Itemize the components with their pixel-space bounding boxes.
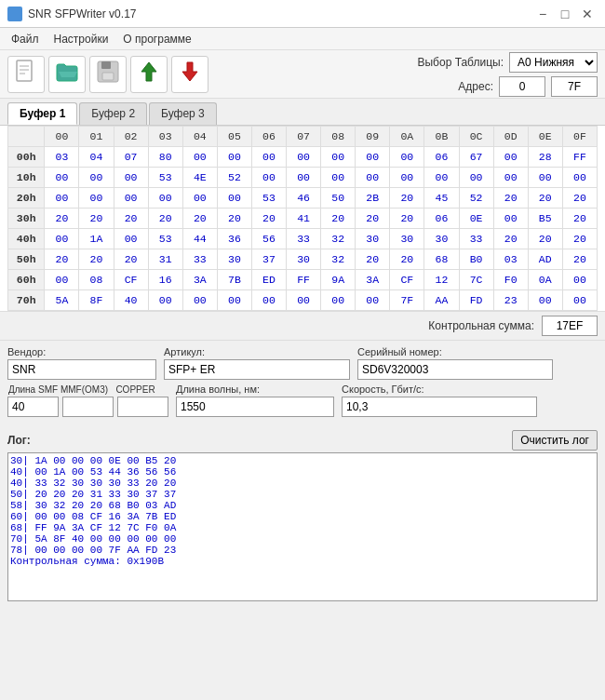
hex-cell-6-9[interactable]: 3A — [356, 270, 390, 290]
hex-cell-1-13[interactable]: 00 — [493, 168, 528, 188]
maximize-button[interactable]: □ — [555, 4, 575, 24]
hex-cell-1-1[interactable]: 00 — [79, 168, 114, 188]
minimize-button[interactable]: − — [532, 4, 553, 24]
hex-cell-2-11[interactable]: 45 — [424, 188, 459, 209]
hex-cell-5-8[interactable]: 32 — [321, 249, 356, 270]
hex-cell-0-9[interactable]: 00 — [356, 147, 390, 168]
hex-cell-5-5[interactable]: 30 — [217, 249, 251, 270]
hex-cell-3-14[interactable]: B5 — [528, 209, 562, 229]
hex-cell-2-8[interactable]: 50 — [321, 188, 356, 209]
hex-cell-4-10[interactable]: 30 — [390, 229, 424, 249]
article-input[interactable] — [164, 359, 350, 380]
table-select-dropdown[interactable]: A0 Нижняя A0 Верхняя A2 Нижняя A2 Верхня… — [509, 52, 598, 73]
hex-cell-2-0[interactable]: 00 — [45, 188, 79, 209]
hex-cell-7-0[interactable]: 5A — [45, 290, 79, 311]
hex-cell-5-14[interactable]: AD — [528, 249, 562, 270]
hex-cell-1-15[interactable]: 00 — [562, 168, 597, 188]
hex-cell-5-9[interactable]: 20 — [356, 249, 390, 270]
hex-cell-1-7[interactable]: 00 — [287, 168, 321, 188]
hex-cell-7-14[interactable]: 00 — [528, 290, 562, 311]
hex-cell-3-5[interactable]: 20 — [217, 209, 251, 229]
hex-cell-4-8[interactable]: 32 — [321, 229, 356, 249]
hex-cell-1-5[interactable]: 52 — [217, 168, 251, 188]
hex-cell-2-6[interactable]: 53 — [251, 188, 286, 209]
hex-cell-1-12[interactable]: 00 — [459, 168, 493, 188]
hex-cell-2-7[interactable]: 46 — [287, 188, 321, 209]
hex-cell-0-14[interactable]: 28 — [528, 147, 562, 168]
hex-cell-4-5[interactable]: 36 — [217, 229, 251, 249]
hex-cell-7-5[interactable]: 00 — [217, 290, 251, 311]
hex-cell-6-7[interactable]: FF — [287, 270, 321, 290]
hex-cell-4-15[interactable]: 20 — [562, 229, 597, 249]
hex-cell-1-8[interactable]: 00 — [321, 168, 356, 188]
hex-cell-2-12[interactable]: 52 — [459, 188, 493, 209]
hex-cell-5-7[interactable]: 30 — [287, 249, 321, 270]
length-mmf-input[interactable] — [62, 397, 114, 417]
hex-cell-4-4[interactable]: 44 — [182, 229, 217, 249]
hex-cell-7-15[interactable]: 00 — [562, 290, 597, 311]
hex-cell-2-15[interactable]: 20 — [562, 188, 597, 209]
hex-cell-4-3[interactable]: 53 — [148, 229, 182, 249]
hex-cell-1-6[interactable]: 00 — [251, 168, 286, 188]
hex-cell-0-6[interactable]: 00 — [251, 147, 286, 168]
hex-cell-0-4[interactable]: 00 — [182, 147, 217, 168]
hex-cell-1-11[interactable]: 00 — [424, 168, 459, 188]
hex-cell-5-12[interactable]: B0 — [459, 249, 493, 270]
hex-cell-3-6[interactable]: 20 — [251, 209, 286, 229]
hex-cell-3-13[interactable]: 00 — [493, 209, 528, 229]
hex-cell-5-0[interactable]: 20 — [45, 249, 79, 270]
wavelength-input[interactable] — [176, 397, 334, 417]
vendor-input[interactable] — [7, 359, 156, 380]
hex-cell-3-0[interactable]: 20 — [45, 209, 79, 229]
hex-cell-3-3[interactable]: 20 — [148, 209, 182, 229]
hex-cell-6-4[interactable]: 3A — [182, 270, 217, 290]
hex-cell-1-10[interactable]: 00 — [390, 168, 424, 188]
hex-cell-7-12[interactable]: FD — [459, 290, 493, 311]
hex-cell-2-3[interactable]: 00 — [148, 188, 182, 209]
hex-cell-0-15[interactable]: FF — [562, 147, 597, 168]
hex-cell-3-4[interactable]: 20 — [182, 209, 217, 229]
hex-cell-5-10[interactable]: 20 — [390, 249, 424, 270]
hex-cell-3-15[interactable]: 20 — [562, 209, 597, 229]
hex-cell-6-0[interactable]: 00 — [45, 270, 79, 290]
hex-cell-6-13[interactable]: F0 — [493, 270, 528, 290]
hex-cell-6-10[interactable]: CF — [390, 270, 424, 290]
hex-cell-5-3[interactable]: 31 — [148, 249, 182, 270]
hex-cell-6-8[interactable]: 9A — [321, 270, 356, 290]
hex-cell-2-14[interactable]: 20 — [528, 188, 562, 209]
hex-cell-4-12[interactable]: 33 — [459, 229, 493, 249]
tab-buffer-3[interactable]: Буфер 3 — [149, 102, 217, 125]
menu-about[interactable]: О программе — [115, 31, 198, 47]
hex-cell-2-1[interactable]: 00 — [79, 188, 114, 209]
hex-cell-7-2[interactable]: 40 — [114, 290, 148, 311]
hex-cell-5-13[interactable]: 03 — [493, 249, 528, 270]
hex-cell-6-2[interactable]: CF — [114, 270, 148, 290]
hex-cell-0-5[interactable]: 00 — [217, 147, 251, 168]
hex-cell-4-13[interactable]: 20 — [493, 229, 528, 249]
hex-cell-7-13[interactable]: 23 — [493, 290, 528, 311]
hex-cell-3-10[interactable]: 20 — [390, 209, 424, 229]
hex-cell-7-1[interactable]: 8F — [79, 290, 114, 311]
hex-cell-4-7[interactable]: 33 — [287, 229, 321, 249]
length-smf-input[interactable] — [7, 397, 59, 417]
address-end-input[interactable] — [551, 76, 598, 97]
serial-input[interactable] — [357, 359, 553, 380]
tab-buffer-2[interactable]: Буфер 2 — [79, 102, 147, 125]
hex-cell-1-0[interactable]: 00 — [45, 168, 79, 188]
hex-cell-1-4[interactable]: 4E — [182, 168, 217, 188]
hex-cell-0-7[interactable]: 00 — [287, 147, 321, 168]
hex-cell-6-3[interactable]: 16 — [148, 270, 182, 290]
hex-cell-4-11[interactable]: 30 — [424, 229, 459, 249]
hex-cell-0-3[interactable]: 80 — [148, 147, 182, 168]
hex-cell-1-9[interactable]: 00 — [356, 168, 390, 188]
hex-cell-2-13[interactable]: 20 — [493, 188, 528, 209]
hex-cell-5-11[interactable]: 68 — [424, 249, 459, 270]
hex-cell-3-9[interactable]: 20 — [356, 209, 390, 229]
hex-cell-7-4[interactable]: 00 — [182, 290, 217, 311]
menu-settings[interactable]: Настройки — [47, 31, 116, 47]
hex-cell-0-1[interactable]: 04 — [79, 147, 114, 168]
hex-cell-4-2[interactable]: 00 — [114, 229, 148, 249]
hex-cell-2-10[interactable]: 20 — [390, 188, 424, 209]
address-start-input[interactable] — [499, 76, 545, 97]
hex-cell-6-14[interactable]: 0A — [528, 270, 562, 290]
